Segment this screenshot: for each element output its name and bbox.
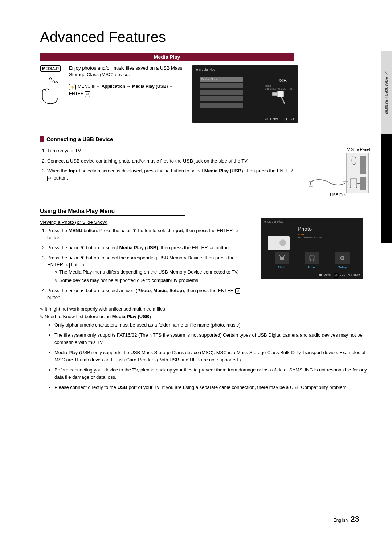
ss1-footer: ⏎Enter →▮ Exit — [264, 117, 294, 121]
using-right: ■ Media Play Photo SUM 307.2MB/973.7MB 🖼… — [261, 216, 370, 304]
page-title: Advanced Features — [40, 29, 370, 45]
ss2-title: Photo — [298, 226, 312, 232]
page-footer: English 23 — [334, 514, 359, 524]
ss1-row — [200, 103, 243, 108]
intro-row: MEDIA.P Enjoy photos and/or music files … — [40, 65, 370, 123]
manual-page: 04 Advanced Features Advanced Features M… — [0, 0, 392, 542]
media-play-banner: Media Play — [40, 53, 294, 61]
mediap-button-label: MEDIA.P — [40, 65, 61, 72]
hand-icon — [38, 74, 64, 105]
svg-text:HDMI IN 1: HDMI IN 1 — [365, 166, 367, 176]
ss1-row — [200, 90, 243, 95]
tv-side-panel-illustration: HDMI IN 1 USB ⬌ — [309, 153, 370, 195]
viewing-photo-subheading: Viewing a Photo (or Slide Show) — [40, 219, 250, 225]
enter-icon: ⏎ — [209, 246, 214, 251]
connecting-two-col: Turn on your TV. Connect a USB device co… — [40, 147, 370, 197]
step-3: When the Input selection screen is displ… — [47, 167, 298, 181]
footer-page: 23 — [351, 514, 359, 523]
vstep-3: Press the ▲ or ▼ button to select the co… — [47, 254, 250, 284]
side-panel-col: TV Side Panel HDMI IN 1 USB ⬌ USB Drive — [309, 147, 370, 197]
svg-text:USB ⬌: USB ⬌ — [365, 183, 367, 190]
menu-hand-icon: ☝ — [69, 84, 76, 90]
using-two-col: Viewing a Photo (or Slide Show) Press th… — [40, 216, 370, 304]
ss2-move: ◀▶ Move — [318, 273, 331, 278]
enter-icon: ⏎ — [47, 176, 52, 182]
section-title: Connecting a USB Device — [46, 136, 113, 142]
vstep-1: Press the MENU button. Press the ▲ or ▼ … — [47, 227, 250, 241]
footer-lang: English — [334, 518, 348, 523]
media-play-menu-screenshot: ■ Media Play Photo SUM 307.2MB/973.7MB 🖼… — [261, 218, 363, 279]
intro-left: MEDIA.P Enjoy photos and/or music files … — [40, 65, 185, 123]
bullet-3: Media Play (USB) only supports the USB M… — [54, 349, 370, 364]
tv-side-panel-label: TV Side Panel — [309, 147, 370, 152]
note-unlicensed: It might not work properly with unlicens… — [40, 306, 370, 312]
enter-icon: ⏎ — [334, 273, 339, 278]
bullet-5: Please connect directly to the USB port … — [54, 384, 370, 391]
menu-path-text: MENU Ⅲ → Application → Media Play (USB) … — [69, 84, 173, 96]
svg-rect-0 — [272, 92, 277, 96]
ss2-header: ■ Media Play — [264, 220, 283, 223]
ss1-usb-label: USB — [276, 78, 287, 83]
ss1-free-label: 315.0MB/495.0MB Free — [265, 87, 292, 90]
intro-description: Enjoy photos and/or music files saved on… — [69, 65, 185, 78]
photo-icon: 🖼 — [275, 252, 289, 264]
camera-icon — [268, 236, 290, 250]
side-tab: 04 Advanced Features — [381, 51, 392, 134]
bullet-4: Before connecting your device to the TV,… — [54, 366, 370, 381]
vstep-3-notes: The Media Play menu differs depending on… — [47, 268, 250, 284]
bullet-1: Only alphanumeric characters must be use… — [54, 321, 370, 329]
setup-icon: ⚙ — [335, 252, 350, 264]
remote-button-illustration: MEDIA.P — [40, 65, 65, 105]
usb-plug-icon — [270, 90, 285, 105]
section-bar — [40, 136, 44, 142]
need-to-know-list: Only alphanumeric characters must be use… — [40, 321, 370, 391]
ss1-row — [200, 96, 243, 101]
note-1: The Media Play menu differs depending on… — [54, 268, 250, 276]
ss2-music-icon: 🎧Music — [302, 252, 322, 269]
ss2-footer: ◀▶ Move ⏎ Play ↺ Return — [318, 273, 360, 278]
vstep-2: Press the ▲ or ▼ button to select Media … — [47, 244, 250, 251]
vstep-4: Press the ◄ or ► button to select an ico… — [47, 287, 250, 301]
ss1-exit: →▮ Exit — [282, 117, 294, 121]
ss1-row-selected: Device Name — [200, 77, 243, 82]
ss1-header: ■ Media Play — [196, 68, 215, 71]
media-play-device-screenshot: ■ Media Play Device Name USB SUM 315.0MB… — [192, 65, 298, 123]
bullet-2: The file system only supports FAT16/32 (… — [54, 332, 370, 346]
svg-rect-1 — [277, 91, 284, 97]
side-tab-dark — [381, 134, 392, 243]
enter-icon: ⏎ — [85, 91, 90, 97]
enter-icon: ⏎ — [235, 288, 240, 294]
ss2-setup-icon: ⚙Setup — [332, 252, 352, 269]
connecting-steps: Turn on your TV. Connect a USB device co… — [40, 147, 298, 197]
intro-text-block: Enjoy photos and/or music files saved on… — [69, 65, 185, 123]
intro-menu-path: ☝ MENU Ⅲ → Application → Media Play (USB… — [69, 83, 185, 97]
ss1-row — [200, 83, 243, 88]
enter-icon: ⏎ — [264, 117, 269, 121]
ss2-photo-icon: 🖼Photo — [272, 252, 292, 269]
step-1: Turn on your TV. — [47, 147, 298, 155]
enter-icon: ⏎ — [65, 263, 70, 268]
ss2-return: ↺ Return — [348, 273, 360, 278]
side-tab-label: 04 Advanced Features — [384, 71, 389, 114]
svg-point-13 — [310, 183, 311, 185]
ss1-enter: ⏎Enter — [264, 117, 278, 121]
ss1-device-list: Device Name — [200, 77, 243, 109]
ss2-size: 307.2MB/973.7MB — [298, 236, 322, 239]
note-2: Some devices may not be supported due to… — [54, 277, 250, 284]
steps-list: Turn on your TV. Connect a USB device co… — [40, 147, 298, 181]
viewing-steps: Press the MENU button. Press the ▲ or ▼ … — [40, 227, 250, 301]
using-media-play-heading: Using the Media Play Menu — [40, 208, 185, 216]
ss2-icon-row: 🖼Photo 🎧Music ⚙Setup — [261, 252, 363, 269]
using-left: Viewing a Photo (or Slide Show) Press th… — [40, 216, 250, 304]
note-need-to-know: Need-to-Know List before using Media Pla… — [40, 314, 370, 319]
svg-line-2 — [281, 97, 285, 104]
ss1-sum: SUM 315.0MB/495.0MB Free — [265, 85, 292, 90]
ss1-sum-label: SUM — [265, 85, 271, 87]
ss2-play: ⏎ Play — [334, 273, 345, 278]
step-2: Connect a USB device containing photo an… — [47, 157, 298, 165]
music-icon: 🎧 — [305, 252, 319, 264]
enter-icon: ⏎ — [234, 229, 239, 234]
section-head-connecting: Connecting a USB Device — [40, 136, 370, 142]
